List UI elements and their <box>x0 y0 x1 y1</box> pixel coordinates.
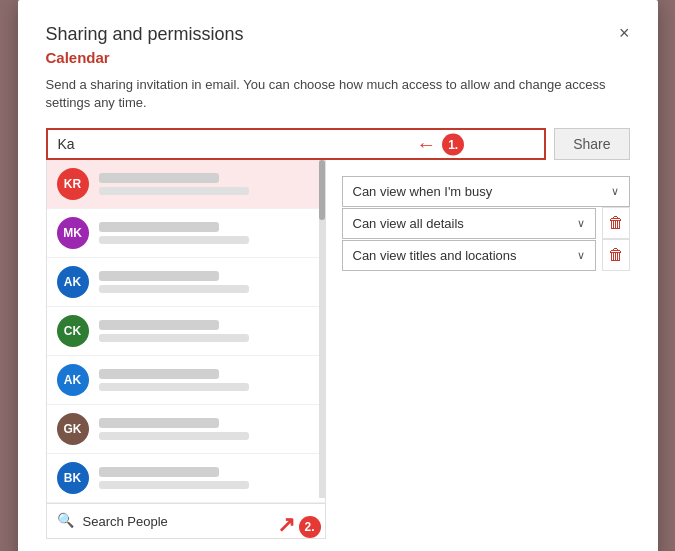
contact-name <box>99 173 219 183</box>
contact-info <box>99 369 315 391</box>
permissions-area: Can view when I'm busy∨Can view all deta… <box>326 160 630 539</box>
contact-name <box>99 222 219 232</box>
permission-dropdown[interactable]: Can view all details∨ <box>342 208 596 239</box>
dialog-header: Sharing and permissions × <box>46 24 630 45</box>
contact-item[interactable]: GK <box>47 405 325 454</box>
permission-dropdown[interactable]: Can view when I'm busy∨ <box>342 176 630 207</box>
contact-name <box>99 369 219 379</box>
contact-name <box>99 271 219 281</box>
contact-email <box>99 334 249 342</box>
scrollbar-thumb[interactable] <box>319 160 325 220</box>
delete-icon[interactable]: 🗑 <box>602 239 630 271</box>
permission-label: Can view all details <box>353 216 464 231</box>
avatar: GK <box>57 413 89 445</box>
contact-email <box>99 187 249 195</box>
contact-item[interactable]: KR <box>47 160 325 209</box>
chevron-down-icon: ∨ <box>611 185 619 198</box>
contact-item[interactable]: AK <box>47 258 325 307</box>
close-button[interactable]: × <box>619 24 630 42</box>
avatar: CK <box>57 315 89 347</box>
permission-row: Can view when I'm busy∨ <box>342 176 630 207</box>
contact-email <box>99 432 249 440</box>
contact-item[interactable]: MK <box>47 209 325 258</box>
contact-item[interactable]: BK <box>47 454 325 503</box>
sharing-dialog: Sharing and permissions × Calendar Send … <box>18 0 658 551</box>
delete-icon[interactable]: 🗑 <box>602 207 630 239</box>
contact-item[interactable]: CK <box>47 307 325 356</box>
scrollbar[interactable] <box>319 160 325 498</box>
contact-info <box>99 222 315 244</box>
chevron-down-icon: ∨ <box>577 249 585 262</box>
share-button[interactable]: Share <box>554 128 629 160</box>
contact-name <box>99 320 219 330</box>
contact-info <box>99 320 315 342</box>
contact-name <box>99 467 219 477</box>
permission-row: Can view all details∨🗑 <box>342 207 630 239</box>
contact-info <box>99 271 315 293</box>
permission-row: Can view titles and locations∨🗑 <box>342 239 630 271</box>
contact-info <box>99 467 315 489</box>
permission-label: Can view titles and locations <box>353 248 517 263</box>
contact-email <box>99 481 249 489</box>
avatar: BK <box>57 462 89 494</box>
search-people-row[interactable]: 🔍 Search People <box>47 503 325 538</box>
contact-info <box>99 173 315 195</box>
dialog-title: Sharing and permissions <box>46 24 244 45</box>
search-input-wrapper[interactable]: ← 1. <box>46 128 547 160</box>
avatar: MK <box>57 217 89 249</box>
contact-email <box>99 383 249 391</box>
contact-list-area: KRMKAKCKAKGKBK 🔍 Search People ↗ 2. <box>46 160 326 539</box>
chevron-down-icon: ∨ <box>577 217 585 230</box>
main-content: KRMKAKCKAKGKBK 🔍 Search People ↗ 2. Can … <box>46 160 630 539</box>
calendar-label: Calendar <box>46 49 630 66</box>
contact-name <box>99 418 219 428</box>
avatar: AK <box>57 266 89 298</box>
avatar: AK <box>57 364 89 396</box>
contact-info <box>99 418 315 440</box>
search-input[interactable] <box>58 136 535 152</box>
permission-dropdown[interactable]: Can view titles and locations∨ <box>342 240 596 271</box>
permission-label: Can view when I'm busy <box>353 184 493 199</box>
search-row: ← 1. Share <box>46 128 630 160</box>
contact-item[interactable]: AK <box>47 356 325 405</box>
contact-email <box>99 236 249 244</box>
search-people-icon: 🔍 <box>57 512 75 530</box>
description-text: Send a sharing invitation in email. You … <box>46 76 630 112</box>
contact-email <box>99 285 249 293</box>
avatar: KR <box>57 168 89 200</box>
search-people-label: Search People <box>83 514 168 529</box>
